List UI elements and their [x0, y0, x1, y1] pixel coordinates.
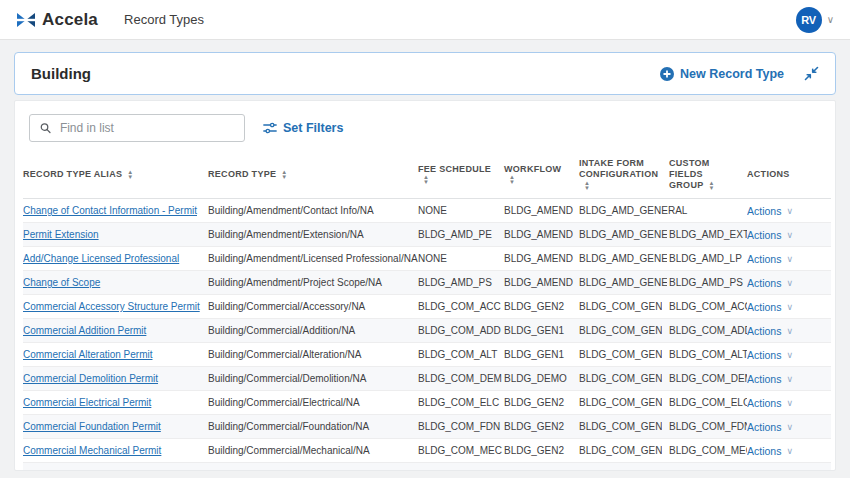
intake-form-configuration-cell: BLDG_COM_GEN: [579, 343, 669, 367]
chevron-down-icon: ∨: [786, 254, 793, 264]
workflow-cell: BLDG_AMEND: [504, 199, 579, 223]
search-icon: [40, 122, 51, 134]
custom-fields-group-cell: BLDG_AMD_LP: [669, 247, 747, 271]
record-type-alias-cell: Change of Contact Information - Permit: [23, 199, 208, 223]
new-record-type-label: New Record Type: [680, 67, 784, 81]
actions-dropdown[interactable]: Actions ∨: [747, 325, 793, 337]
record-type-alias-cell: Add/Change Licensed Professional: [23, 247, 208, 271]
record-type-alias-link[interactable]: Change of Contact Information - Permit: [23, 205, 197, 216]
record-type-alias-link[interactable]: Commercial Addition Permit: [23, 325, 146, 336]
record-type-cell: Building/Amendment/Project Scope/NA: [208, 271, 418, 295]
column-header-workflow[interactable]: WORKFLOW▲▼: [504, 153, 579, 199]
intake-form-configuration-cell: BLDG_AMD_GENERAL: [579, 199, 669, 223]
sort-icon[interactable]: ▲▼: [584, 181, 590, 191]
actions-dropdown[interactable]: Actions ∨: [747, 253, 793, 265]
actions-dropdown[interactable]: Actions ∨: [747, 469, 793, 472]
actions-dropdown[interactable]: Actions ∨: [747, 445, 793, 457]
module-header-card: Building New Record Type: [14, 52, 836, 95]
fee-schedule-cell: BLDG_COM_ADD: [418, 319, 504, 343]
table-row: Change of Scope Building/Amendment/Proje…: [23, 271, 831, 295]
table-body: Change of Contact Information - Permit B…: [23, 199, 831, 472]
filter-sliders-icon: [263, 122, 277, 134]
fee-schedule-cell: NONE: [418, 199, 504, 223]
workflow-cell: BLDG_DEMO: [504, 367, 579, 391]
custom-fields-group-cell: BLDG_COM_MEC: [669, 439, 747, 463]
sort-icon[interactable]: ▲▼: [281, 170, 287, 180]
record-type-cell: Building/Commercial/Mechanical/NA: [208, 439, 418, 463]
record-type-alias-cell: Commercial Demolition Permit: [23, 367, 208, 391]
actions-dropdown[interactable]: Actions ∨: [747, 421, 793, 433]
record-type-alias-cell: Commercial Alteration Permit: [23, 343, 208, 367]
actions-dropdown[interactable]: Actions ∨: [747, 397, 793, 409]
actions-dropdown[interactable]: Actions ∨: [747, 277, 793, 289]
sort-icon[interactable]: ▲▼: [423, 175, 429, 185]
plus-circle-icon: [660, 67, 674, 81]
actions-dropdown[interactable]: Actions ∨: [747, 229, 793, 241]
record-type-alias-cell: Commercial Accessory Structure Permit: [23, 295, 208, 319]
record-type-alias-link[interactable]: Change of Scope: [23, 277, 100, 288]
record-type-alias-link[interactable]: Add/Change Licensed Professional: [23, 253, 179, 264]
custom-fields-group-cell: BLDG_COM_NEW: [669, 463, 747, 472]
column-header-intake-form-configuration[interactable]: INTAKE FORM CONFIGURATION▲▼: [579, 153, 669, 199]
actions-dropdown[interactable]: Actions ∨: [747, 205, 793, 217]
table-row: Commercial Accessory Structure Permit Bu…: [23, 295, 831, 319]
table-row: Add/Change Licensed Professional Buildin…: [23, 247, 831, 271]
record-type-alias-cell: Commercial Foundation Permit: [23, 415, 208, 439]
card-actions: New Record Type: [660, 66, 819, 81]
record-type-alias-link[interactable]: Permit Extension: [23, 229, 99, 240]
new-record-type-button[interactable]: New Record Type: [660, 67, 784, 81]
chevron-down-icon: ∨: [786, 398, 793, 408]
workflow-cell: BLDG_GEN1: [504, 463, 579, 472]
avatar[interactable]: RV: [796, 7, 822, 33]
record-type-alias-link[interactable]: Commercial Mechanical Permit: [23, 445, 161, 456]
chevron-down-icon[interactable]: ∨: [827, 14, 834, 25]
collapse-panel-icon[interactable]: [804, 66, 819, 81]
sort-icon[interactable]: ▲▼: [709, 181, 715, 191]
fee-schedule-cell: BLDG_AMD_PS: [418, 271, 504, 295]
list-toolbar: Set Filters: [23, 114, 827, 142]
intake-form-configuration-cell: BLDG_COM_GEN: [579, 415, 669, 439]
actions-cell: Actions ∨: [747, 247, 831, 271]
set-filters-button[interactable]: Set Filters: [263, 121, 343, 135]
record-type-alias-link[interactable]: Commercial Accessory Structure Permit: [23, 301, 200, 312]
workflow-cell: BLDG_AMEND: [504, 223, 579, 247]
workflow-cell: BLDG_AMEND: [504, 271, 579, 295]
column-header-custom-fields-group[interactable]: CUSTOM FIELDS GROUP▲▼: [669, 153, 747, 199]
column-header-fee-schedule[interactable]: FEE SCHEDULE▲▼: [418, 153, 504, 199]
record-type-alias-link[interactable]: Commercial Foundation Permit: [23, 421, 161, 432]
fee-schedule-cell: BLDG_COM_ALT: [418, 343, 504, 367]
workflow-cell: BLDG_GEN1: [504, 319, 579, 343]
actions-dropdown[interactable]: Actions ∨: [747, 301, 793, 313]
custom-fields-group-cell: BLDG_COM_ALT: [669, 343, 747, 367]
actions-dropdown[interactable]: Actions ∨: [747, 373, 793, 385]
actions-cell: Actions ∨: [747, 439, 831, 463]
record-type-alias-link[interactable]: Commercial New Construction Permit: [23, 469, 190, 471]
actions-cell: Actions ∨: [747, 271, 831, 295]
column-header-record-type[interactable]: RECORD TYPE▲▼: [208, 153, 418, 199]
workflow-cell: BLDG_GEN1: [504, 343, 579, 367]
custom-fields-group-cell: BLDG_AMD_PS: [669, 271, 747, 295]
record-type-cell: Building/Commercial/Electrical/NA: [208, 391, 418, 415]
search-input[interactable]: [58, 120, 236, 136]
user-menu[interactable]: RV ∨: [796, 7, 834, 33]
intake-form-configuration-cell: BLDG_COM_GEN: [579, 367, 669, 391]
search-input-wrapper[interactable]: [29, 114, 245, 142]
chevron-down-icon: ∨: [786, 422, 793, 432]
intake-form-configuration-cell: BLDG_COM_GEN: [579, 319, 669, 343]
record-type-alias-link[interactable]: Commercial Demolition Permit: [23, 373, 158, 384]
table-header-row: RECORD TYPE ALIAS▲▼ RECORD TYPE▲▼ FEE SC…: [23, 153, 831, 199]
intake-form-configuration-cell: BLDG_AMD_GENERAL: [579, 223, 669, 247]
actions-dropdown[interactable]: Actions ∨: [747, 349, 793, 361]
record-type-cell: Building/Commercial/Addition/NA: [208, 319, 418, 343]
workflow-cell: BLDG_GEN2: [504, 295, 579, 319]
table-row: Commercial Demolition Permit Building/Co…: [23, 367, 831, 391]
chevron-down-icon: ∨: [786, 230, 793, 240]
record-type-alias-link[interactable]: Commercial Alteration Permit: [23, 349, 152, 360]
fee-schedule-cell: BLDG_COM_MEC: [418, 439, 504, 463]
sort-icon[interactable]: ▲▼: [509, 175, 515, 185]
record-type-cell: Building/Commercial/Alteration/NA: [208, 343, 418, 367]
sort-icon[interactable]: ▲▼: [127, 170, 133, 180]
record-type-alias-link[interactable]: Commercial Electrical Permit: [23, 397, 151, 408]
column-header-record-type-alias[interactable]: RECORD TYPE ALIAS▲▼: [23, 153, 208, 199]
record-type-cell: Building/Commercial/Accessory/NA: [208, 295, 418, 319]
